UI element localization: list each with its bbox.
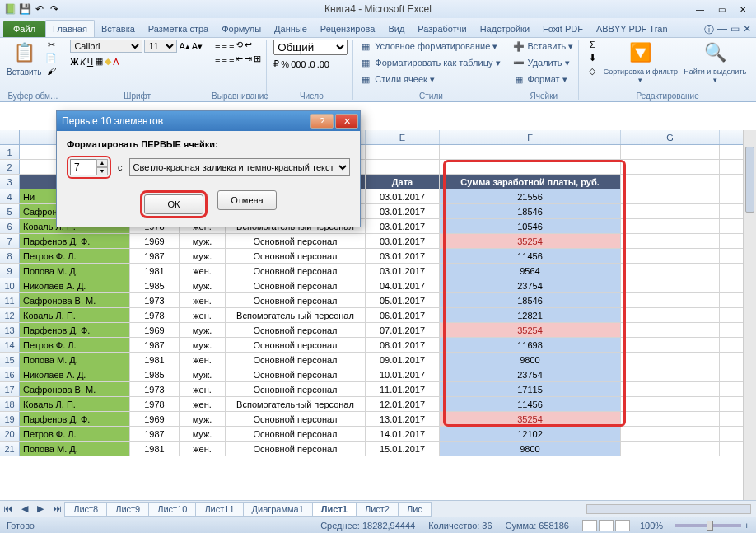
table-row[interactable]: 12Коваль Л. П.1978жен.Вспомогательный пе… bbox=[0, 308, 756, 323]
cell[interactable]: муж. bbox=[180, 367, 226, 381]
number-format-select[interactable]: Общий bbox=[273, 40, 348, 55]
row-header[interactable]: 12 bbox=[0, 308, 20, 322]
cell[interactable]: муж. bbox=[180, 278, 226, 292]
cell[interactable] bbox=[621, 338, 720, 352]
cell[interactable]: 03.01.2017 bbox=[366, 264, 440, 278]
help-icon[interactable]: ⓘ bbox=[704, 23, 714, 37]
cell[interactable]: 03.01.2017 bbox=[366, 204, 440, 218]
cell[interactable]: 03.01.2017 bbox=[366, 189, 440, 203]
cell[interactable]: Петров Ф. Л. bbox=[20, 427, 130, 441]
cell[interactable]: Сафронова В. М. bbox=[20, 293, 130, 307]
cell[interactable]: 12821 bbox=[440, 308, 621, 322]
indent-dec-icon[interactable]: ⇤ bbox=[236, 54, 243, 64]
cell[interactable]: Попова М. Д. bbox=[20, 264, 130, 278]
maximize-button[interactable]: ▭ bbox=[712, 2, 731, 16]
ribbon-close-icon[interactable]: ✕ bbox=[743, 23, 751, 37]
table-row[interactable]: 14Петров Ф. Л.1987муж.Основной персонал0… bbox=[0, 338, 756, 353]
cell[interactable]: 9800 bbox=[440, 353, 621, 367]
cell[interactable]: Коваль Л. П. bbox=[20, 308, 130, 322]
row-header[interactable]: 10 bbox=[0, 278, 20, 292]
cell[interactable]: 03.01.2017 bbox=[366, 234, 440, 248]
cell[interactable]: 35254 bbox=[440, 234, 621, 248]
cell[interactable]: Петров Ф. Л. bbox=[20, 249, 130, 263]
row-header[interactable]: 13 bbox=[0, 323, 20, 337]
table-row[interactable]: 16Николаев А. Д.1985муж.Основной персона… bbox=[0, 367, 756, 382]
cell[interactable]: Петров Ф. Л. bbox=[20, 338, 130, 352]
fill-color-icon[interactable]: ◆ bbox=[105, 56, 111, 67]
table-row[interactable]: 21Попова М. Д.1981жен.Основной персонал1… bbox=[0, 442, 756, 456]
cell[interactable]: Парфенов Д. Ф. bbox=[20, 323, 130, 337]
cell[interactable] bbox=[621, 397, 720, 411]
cell[interactable]: Парфенов Д. Ф. bbox=[20, 412, 130, 426]
cell[interactable]: 1969 bbox=[130, 412, 180, 426]
cell[interactable] bbox=[621, 249, 720, 263]
tab-developer[interactable]: Разработчи bbox=[411, 21, 473, 37]
tab-file[interactable]: Файл bbox=[3, 21, 45, 37]
cell[interactable]: Основной персонал bbox=[226, 234, 366, 248]
bold-icon[interactable]: Ж bbox=[70, 57, 78, 67]
font-size-select[interactable]: 11 bbox=[144, 40, 177, 53]
cell[interactable] bbox=[621, 353, 720, 367]
paste-button[interactable]: 📋 Вставить bbox=[7, 40, 41, 77]
cell[interactable]: Основной персонал bbox=[226, 249, 366, 263]
table-row[interactable]: 15Попова М. Д.1981жен.Основной персонал0… bbox=[0, 353, 756, 367]
table-row[interactable]: 20Петров Ф. Л.1987муж.Основной персонал1… bbox=[0, 427, 756, 442]
save-icon[interactable]: 💾 bbox=[18, 2, 31, 16]
cell[interactable]: 18546 bbox=[440, 204, 621, 218]
cell[interactable]: Николаев А. Д. bbox=[20, 278, 130, 292]
cell[interactable]: 12.01.2017 bbox=[366, 397, 440, 411]
row-header[interactable]: 19 bbox=[0, 412, 20, 426]
tab-data[interactable]: Данные bbox=[268, 21, 314, 37]
table-row[interactable]: 8Петров Ф. Л.1987муж.Основной персонал03… bbox=[0, 249, 756, 264]
view-normal-icon[interactable] bbox=[582, 520, 597, 531]
dec-dec-icon[interactable]: .00 bbox=[317, 59, 329, 69]
fill-icon[interactable]: ⬇ bbox=[586, 53, 599, 64]
close-button[interactable]: ✕ bbox=[733, 2, 753, 16]
row-header[interactable]: 7 bbox=[0, 234, 20, 248]
sheet-prev-icon[interactable]: ◀ bbox=[18, 503, 31, 513]
cell[interactable]: 10.01.2017 bbox=[366, 367, 440, 381]
cell[interactable]: 1973 bbox=[130, 293, 180, 307]
cell[interactable]: 06.01.2017 bbox=[366, 308, 440, 322]
cell[interactable]: жен. bbox=[180, 308, 226, 322]
tab-insert[interactable]: Вставка bbox=[95, 21, 142, 37]
sheet-tab[interactable]: Диаграмма1 bbox=[243, 502, 313, 517]
row-header[interactable]: 6 bbox=[0, 219, 20, 233]
cell[interactable]: муж. bbox=[180, 323, 226, 337]
format-cells-button[interactable]: ▦Формат ▾ bbox=[513, 72, 567, 86]
hscroll-track[interactable] bbox=[586, 504, 751, 514]
zoom-slider[interactable] bbox=[675, 524, 741, 527]
col-header-e[interactable]: E bbox=[366, 130, 440, 144]
scrollbar-thumb[interactable] bbox=[745, 147, 754, 213]
grow-font-icon[interactable]: A▴ bbox=[179, 41, 189, 52]
cell[interactable]: 05.01.2017 bbox=[366, 293, 440, 307]
sheet-tab[interactable]: Лист2 bbox=[356, 502, 399, 517]
dialog-titlebar[interactable]: Первые 10 элементов ? ✕ bbox=[57, 111, 360, 131]
cell[interactable]: 17115 bbox=[440, 382, 621, 396]
align-top-icon[interactable]: ≡ bbox=[215, 40, 220, 50]
cell[interactable]: 1978 bbox=[130, 308, 180, 322]
tab-view[interactable]: Вид bbox=[381, 21, 411, 37]
tab-abbyy[interactable]: ABBYY PDF Tran bbox=[590, 21, 674, 37]
cell[interactable]: 1978 bbox=[130, 397, 180, 411]
inc-dec-icon[interactable]: .0 bbox=[307, 59, 315, 69]
cell[interactable]: 03.01.2017 bbox=[366, 249, 440, 263]
cell[interactable]: муж. bbox=[180, 427, 226, 441]
cell[interactable]: Коваль Л. П. bbox=[20, 397, 130, 411]
cell[interactable] bbox=[621, 308, 720, 322]
table-row[interactable]: 18Коваль Л. П.1978жен.Вспомогательный пе… bbox=[0, 397, 756, 412]
copy-icon[interactable]: 📄 bbox=[44, 53, 58, 64]
cell[interactable]: 13.01.2017 bbox=[366, 412, 440, 426]
merge-icon[interactable]: ⊞ bbox=[254, 54, 261, 64]
cell[interactable]: Парфенов Д. Ф. bbox=[20, 234, 130, 248]
cell[interactable]: Основной персонал bbox=[226, 323, 366, 337]
sheet-tab[interactable]: Лист1 bbox=[312, 502, 357, 517]
insert-cells-button[interactable]: ➕Вставить ▾ bbox=[513, 40, 574, 53]
zoom-out-icon[interactable]: − bbox=[666, 521, 671, 531]
cell[interactable]: 1987 bbox=[130, 427, 180, 441]
row-header[interactable]: 8 bbox=[0, 249, 20, 263]
cell[interactable] bbox=[621, 293, 720, 307]
spinner-down-icon[interactable]: ▼ bbox=[96, 167, 108, 175]
cell[interactable]: Основной персонал bbox=[226, 353, 366, 367]
cell[interactable] bbox=[621, 175, 720, 189]
